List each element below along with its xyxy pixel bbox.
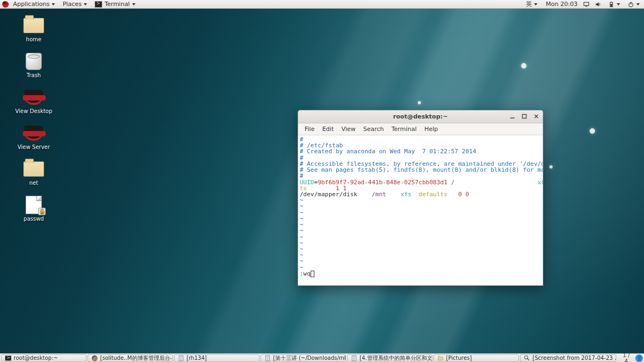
desktop-icon-label: Trash: [27, 72, 41, 78]
minimize-button[interactable]: [508, 112, 517, 121]
menu-label: Terminal: [392, 126, 417, 133]
wallpaper-dot-icon: [590, 128, 595, 134]
menu-applications[interactable]: Applications: [10, 0, 58, 9]
workspace-indicator[interactable]: 1 / 4: [618, 352, 635, 363]
fstab-uuid-fs: xfs: [537, 179, 543, 186]
svg-point-25: [525, 355, 528, 359]
maximize-button[interactable]: [520, 112, 529, 121]
svg-rect-1: [586, 6, 587, 7]
task-terminal[interactable]: root@desktop:~: [1, 354, 86, 362]
document-icon: [264, 355, 271, 361]
display-icon[interactable]: [583, 1, 590, 8]
trash-icon: [26, 53, 42, 70]
task-doc-rh134[interactable]: [rh134]: [174, 354, 259, 362]
terminal-titlebar[interactable]: root@desktop:~: [298, 110, 543, 123]
top-panel-right: 英 Mon 20:03: [523, 0, 642, 9]
chevron-down-icon: [84, 3, 87, 5]
chevron-down-icon: [636, 3, 640, 5]
task-doc-lecture13[interactable]: [第十三讲 (~/Downloads/mk/doc/...: [261, 354, 346, 362]
svg-line-26: [528, 358, 529, 360]
fstab-line2-dumppass: 0 0: [458, 191, 469, 198]
image-viewer-icon: [524, 355, 530, 361]
menu-help[interactable]: Help: [421, 124, 441, 134]
fstab-line2-opts: defaults: [419, 191, 448, 198]
menu-file[interactable]: File: [301, 124, 318, 134]
task-label: root@desktop:~: [14, 355, 58, 361]
top-panel-left: Applications Places Terminal: [2, 0, 139, 9]
fstab-uuid-mount: /: [448, 179, 455, 186]
wallpaper-dot-icon: [549, 165, 553, 168]
desktop-icon-label: View Server: [17, 144, 50, 150]
svg-marker-2: [596, 2, 599, 7]
task-label: [Pictures]: [446, 355, 472, 361]
terminal-menubar: File Edit View Search Terminal Help: [298, 123, 543, 135]
fstab-comment: # Created by anaconda on Wed May 7 01:22…: [300, 148, 476, 155]
taskbar: root@desktop:~ [solitude..M的博客管理后台-51...…: [0, 353, 644, 362]
menu-places[interactable]: Places: [59, 0, 90, 9]
clock[interactable]: Mon 20:03: [546, 1, 578, 8]
menu-terminal-label: Terminal: [104, 1, 130, 8]
task-label: [Screenshot from 2017-04-23 ...: [532, 355, 616, 361]
battery-indicator[interactable]: [607, 0, 621, 9]
svg-rect-5: [611, 4, 612, 7]
terminal-body[interactable]: # # /etc/fstab # Created by anaconda on …: [298, 135, 543, 285]
fstab-comment: # See man pages fstab(5), findfs(8), mou…: [300, 166, 543, 173]
desktop-icon-label: home: [26, 36, 41, 42]
close-button[interactable]: [532, 112, 541, 121]
volume-icon[interactable]: [595, 1, 602, 8]
menu-label: Edit: [322, 126, 333, 133]
task-label: [4.管理系统中的简单分区和文件...: [360, 354, 432, 362]
chevron-down-icon: [132, 3, 135, 5]
menu-terminal[interactable]: Terminal: [91, 0, 139, 9]
menu-label: File: [305, 126, 314, 133]
desktop[interactable]: home Trash View Desktop View Server net …: [0, 9, 644, 353]
chevron-down-icon: [52, 3, 55, 5]
close-icon: [534, 114, 539, 119]
desktop-icon-trash[interactable]: Trash: [12, 52, 55, 78]
folder-icon: [437, 355, 444, 361]
desktop-icon-label: net: [29, 180, 38, 186]
menu-search[interactable]: Search: [360, 124, 387, 134]
task-label: [第十三讲 (~/Downloads/mk/doc/...: [273, 354, 346, 362]
minimize-icon: [510, 114, 515, 119]
fstab-line2-mount: /mnt: [371, 191, 386, 198]
menu-label: View: [342, 126, 356, 133]
firefox-icon: [91, 355, 98, 361]
task-screenshot[interactable]: [Screenshot from 2017-04-23 ...: [520, 354, 616, 362]
menu-edit[interactable]: Edit: [319, 124, 337, 134]
desktop-icon-passwd[interactable]: 🔒 passwd: [12, 196, 55, 222]
window-controls: [508, 112, 541, 121]
menu-label: Search: [363, 126, 384, 133]
desktop-icon-home[interactable]: home: [12, 16, 55, 42]
task-pictures[interactable]: [Pictures]: [434, 354, 519, 362]
task-firefox[interactable]: [solitude..M的博客管理后台-51...: [88, 354, 173, 362]
fstab-line2-fs: xfs: [400, 191, 411, 198]
folder-icon: [23, 18, 44, 33]
menu-terminal[interactable]: Terminal: [388, 124, 420, 134]
svg-rect-0: [584, 2, 589, 5]
desktop-icons: home Trash View Desktop View Server net …: [12, 16, 55, 222]
terminal-icon: [5, 355, 11, 361]
chevron-down-icon: [617, 3, 620, 5]
power-menu[interactable]: [627, 0, 641, 9]
menu-label: Help: [424, 126, 438, 133]
input-method-indicator[interactable]: 英: [523, 0, 541, 9]
terminal-icon: [95, 1, 102, 8]
lock-icon: 🔒: [38, 208, 46, 215]
redhat-icon: [24, 126, 44, 141]
task-doc-partition[interactable]: [4.管理系统中的简单分区和文件...: [347, 354, 432, 362]
desktop-icon-view-desktop[interactable]: View Desktop: [12, 88, 55, 114]
redhat-icon: [24, 90, 44, 105]
desktop-icon-net[interactable]: net: [12, 160, 55, 186]
task-label: [rh134]: [187, 355, 207, 361]
text-cursor-icon: [311, 271, 314, 277]
workspace-label: 1 / 4: [623, 352, 630, 363]
terminal-window[interactable]: root@desktop:~ File Edit View Search Ter…: [298, 110, 543, 286]
user-switch-icon[interactable]: 👤: [635, 354, 643, 362]
distro-logo-icon: [2, 1, 9, 8]
desktop-icon-view-server[interactable]: View Server: [12, 124, 55, 150]
menu-view[interactable]: View: [338, 124, 359, 134]
top-panel: Applications Places Terminal 英 Mon 20:03: [0, 0, 644, 9]
svg-rect-4: [611, 2, 612, 2]
maximize-icon: [522, 114, 527, 119]
